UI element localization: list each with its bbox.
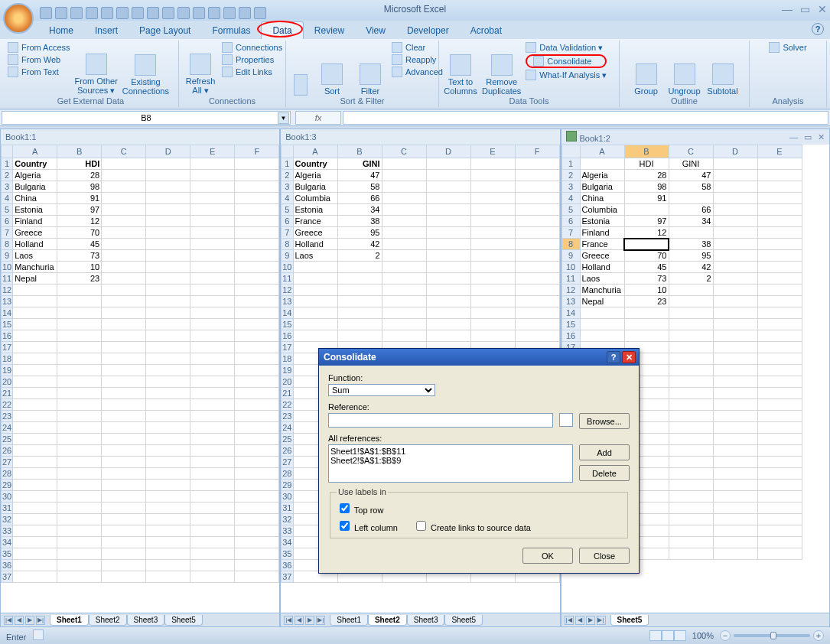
qat-more-icon[interactable]	[254, 7, 266, 19]
cell[interactable]: 91	[624, 193, 669, 204]
cell[interactable]	[102, 388, 146, 399]
cell[interactable]	[146, 285, 190, 296]
cell[interactable]	[426, 285, 470, 296]
tab-developer[interactable]: Developer	[396, 22, 460, 39]
cell[interactable]	[713, 273, 757, 285]
cell[interactable]: 10	[624, 285, 669, 296]
cell[interactable]	[102, 227, 146, 239]
cell[interactable]	[293, 307, 337, 319]
cell[interactable]	[515, 227, 559, 239]
cell[interactable]	[382, 158, 426, 170]
cell[interactable]: France	[293, 216, 337, 227]
cell[interactable]	[337, 296, 382, 307]
cell[interactable]	[102, 204, 146, 216]
cell[interactable]: 95	[337, 227, 382, 239]
cell[interactable]	[102, 250, 146, 262]
cell[interactable]	[515, 307, 559, 319]
cell[interactable]	[713, 514, 757, 525]
cell[interactable]	[146, 376, 190, 388]
tab-last[interactable]: ▶|	[316, 616, 325, 625]
cell[interactable]	[57, 525, 102, 537]
cell[interactable]: 34	[669, 216, 713, 227]
tab-formulas[interactable]: Formulas	[201, 22, 261, 39]
cell[interactable]	[235, 307, 279, 319]
cell[interactable]	[669, 307, 713, 319]
cell[interactable]	[713, 434, 757, 445]
cell[interactable]	[293, 262, 337, 273]
cell[interactable]	[190, 262, 235, 273]
cell[interactable]	[190, 319, 235, 330]
cell[interactable]	[57, 411, 102, 422]
cell[interactable]	[102, 193, 146, 204]
cell[interactable]	[757, 296, 802, 307]
cell[interactable]	[293, 273, 337, 285]
cell[interactable]	[757, 204, 802, 216]
cell[interactable]	[757, 365, 802, 376]
cell[interactable]	[757, 250, 802, 262]
cell[interactable]	[382, 193, 426, 204]
cell[interactable]	[102, 422, 146, 434]
from-access-button[interactable]: From Access	[8, 42, 70, 53]
cell[interactable]	[13, 571, 57, 583]
cell[interactable]	[426, 296, 470, 307]
cell[interactable]	[669, 296, 713, 307]
cell[interactable]	[426, 262, 470, 273]
reapply-button[interactable]: Reapply	[392, 54, 443, 65]
cell[interactable]: 97	[57, 204, 102, 216]
tab-prev[interactable]: ◀	[295, 616, 304, 625]
cell[interactable]	[57, 388, 102, 399]
cell[interactable]	[235, 525, 279, 537]
all-references-list[interactable]: Sheet1!$A$1:$B$11 Sheet2!$A$1:$B$9	[328, 444, 573, 483]
cell[interactable]: 66	[669, 204, 713, 216]
cell[interactable]	[235, 365, 279, 376]
cell[interactable]	[146, 399, 190, 411]
properties-button[interactable]: Properties	[222, 54, 282, 65]
cell[interactable]	[757, 399, 802, 411]
cell[interactable]	[669, 193, 713, 204]
dialog-close-button[interactable]: ✕	[622, 351, 636, 363]
cell[interactable]	[102, 181, 146, 193]
cell[interactable]	[293, 285, 337, 296]
cell[interactable]	[57, 571, 102, 583]
cell[interactable]	[235, 353, 279, 365]
cell[interactable]	[757, 158, 802, 170]
cell[interactable]	[146, 193, 190, 204]
cell[interactable]	[57, 285, 102, 296]
cell[interactable]	[146, 537, 190, 548]
cell[interactable]	[146, 422, 190, 434]
cell[interactable]	[515, 170, 559, 181]
cell[interactable]	[470, 296, 515, 307]
cell[interactable]	[57, 399, 102, 411]
cell[interactable]: 28	[57, 170, 102, 181]
qat-sortdesc-icon[interactable]	[177, 7, 190, 19]
cell[interactable]	[13, 491, 57, 503]
cell[interactable]	[713, 330, 757, 342]
cell[interactable]	[13, 525, 57, 537]
cell[interactable]	[190, 307, 235, 319]
cell[interactable]: 23	[624, 296, 669, 307]
pagebreak-view-button[interactable]	[674, 630, 686, 641]
cell[interactable]	[13, 457, 57, 468]
cell[interactable]	[470, 307, 515, 319]
add-button[interactable]: Add	[579, 444, 630, 460]
from-web-button[interactable]: From Web	[8, 54, 70, 65]
cell[interactable]	[624, 319, 669, 330]
cell[interactable]	[757, 388, 802, 399]
cell[interactable]	[190, 250, 235, 262]
cell[interactable]	[146, 388, 190, 399]
cell[interactable]	[470, 239, 515, 250]
filter-button[interactable]: Filter	[353, 42, 387, 96]
cell[interactable]	[757, 307, 802, 319]
cell[interactable]	[13, 468, 57, 480]
cell[interactable]	[190, 239, 235, 250]
grid-1[interactable]: ABCDEF1CountryHDI2Algeria283Bulgaria984C…	[1, 145, 279, 613]
cell[interactable]	[426, 319, 470, 330]
cell[interactable]	[426, 170, 470, 181]
cell[interactable]	[382, 285, 426, 296]
cell[interactable]	[13, 365, 57, 376]
cell[interactable]	[146, 468, 190, 480]
tab-home[interactable]: Home	[38, 22, 84, 39]
cell[interactable]	[13, 503, 57, 514]
sheet-tab-sheet5[interactable]: Sheet5	[164, 615, 203, 626]
cell[interactable]: 34	[337, 204, 382, 216]
